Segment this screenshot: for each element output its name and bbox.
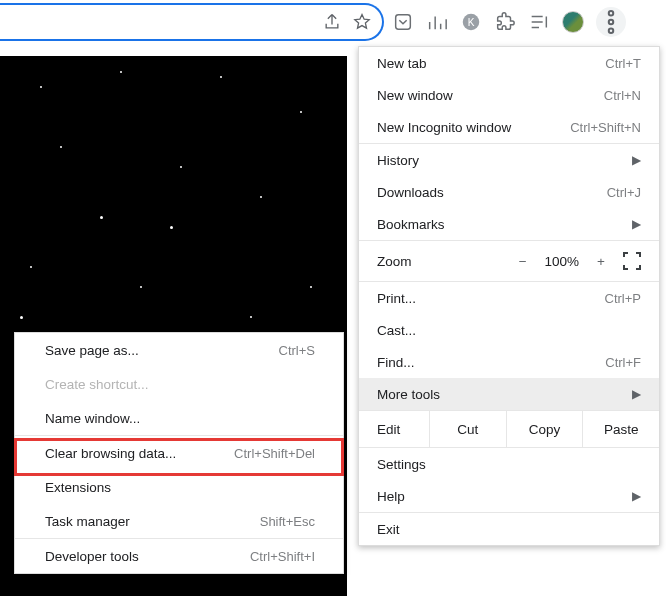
browser-toolbar: K <box>384 0 634 44</box>
browser-menu-button[interactable] <box>596 7 626 37</box>
edit-copy-button[interactable]: Copy <box>506 411 583 447</box>
more-tools-submenu: Save page as...Ctrl+S Create shortcut...… <box>14 332 344 574</box>
zoom-out-button[interactable]: − <box>519 254 527 269</box>
extension-pocket-icon[interactable] <box>392 11 414 33</box>
menu-new-window[interactable]: New windowCtrl+N <box>359 79 659 111</box>
browser-main-menu: New tabCtrl+T New windowCtrl+N New Incog… <box>358 46 660 546</box>
menu-zoom: Zoom − 100% + <box>359 241 659 281</box>
submenu-clear-browsing-data[interactable]: Clear browsing data...Ctrl+Shift+Del <box>15 436 343 470</box>
omnibox-container <box>0 0 384 44</box>
svg-point-4 <box>609 20 614 25</box>
reading-list-icon[interactable] <box>528 11 550 33</box>
submenu-arrow-icon: ▶ <box>632 153 641 167</box>
submenu-developer-tools[interactable]: Developer toolsCtrl+Shift+I <box>15 539 343 573</box>
share-icon[interactable] <box>322 12 342 32</box>
menu-history[interactable]: History▶ <box>359 144 659 176</box>
bookmark-star-icon[interactable] <box>352 12 372 32</box>
menu-settings[interactable]: Settings <box>359 448 659 480</box>
extension-analytics-icon[interactable] <box>426 11 448 33</box>
svg-rect-0 <box>396 15 411 30</box>
omnibox[interactable] <box>0 3 384 41</box>
menu-exit[interactable]: Exit <box>359 513 659 545</box>
menu-new-tab[interactable]: New tabCtrl+T <box>359 47 659 79</box>
menu-bookmarks[interactable]: Bookmarks▶ <box>359 208 659 240</box>
submenu-task-manager[interactable]: Task managerShift+Esc <box>15 504 343 538</box>
submenu-arrow-icon: ▶ <box>632 387 641 401</box>
menu-more-tools[interactable]: More tools▶ <box>359 378 659 410</box>
svg-text:K: K <box>468 17 475 28</box>
svg-point-5 <box>609 29 614 34</box>
edit-paste-button[interactable]: Paste <box>582 411 659 447</box>
menu-downloads[interactable]: DownloadsCtrl+J <box>359 176 659 208</box>
extension-k-icon[interactable]: K <box>460 11 482 33</box>
svg-point-3 <box>609 11 614 16</box>
menu-find[interactable]: Find...Ctrl+F <box>359 346 659 378</box>
submenu-save-page[interactable]: Save page as...Ctrl+S <box>15 333 343 367</box>
submenu-arrow-icon: ▶ <box>632 217 641 231</box>
submenu-name-window[interactable]: Name window... <box>15 401 343 435</box>
menu-edit-row: Edit Cut Copy Paste <box>359 411 659 447</box>
extensions-puzzle-icon[interactable] <box>494 11 516 33</box>
menu-new-incognito[interactable]: New Incognito windowCtrl+Shift+N <box>359 111 659 143</box>
profile-avatar[interactable] <box>562 11 584 33</box>
edit-cut-button[interactable]: Cut <box>429 411 506 447</box>
submenu-create-shortcut: Create shortcut... <box>15 367 343 401</box>
fullscreen-icon[interactable] <box>623 252 641 270</box>
zoom-in-button[interactable]: + <box>597 254 605 269</box>
submenu-extensions[interactable]: Extensions <box>15 470 343 504</box>
zoom-level: 100% <box>545 254 580 269</box>
menu-print[interactable]: Print...Ctrl+P <box>359 282 659 314</box>
submenu-arrow-icon: ▶ <box>632 489 641 503</box>
menu-help[interactable]: Help▶ <box>359 480 659 512</box>
menu-cast[interactable]: Cast... <box>359 314 659 346</box>
